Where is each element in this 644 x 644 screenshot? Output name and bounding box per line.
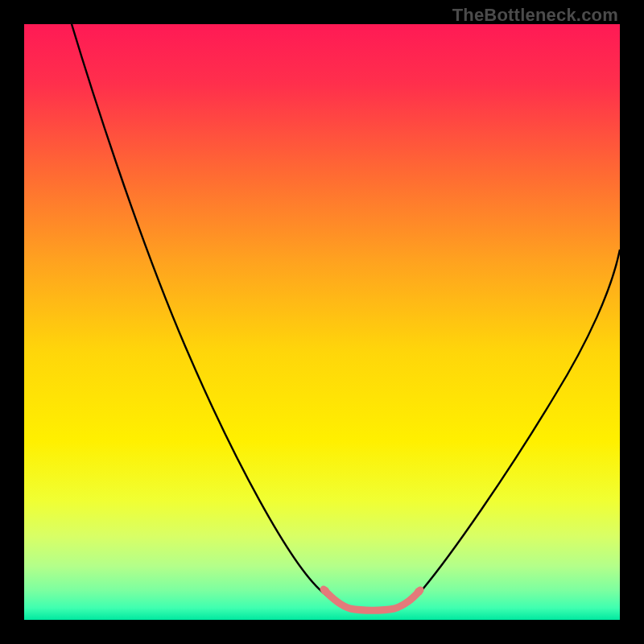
watermark-text: TheBottleneck.com [452,5,618,26]
chart-frame: TheBottleneck.com [0,0,644,644]
plateau-dot-right [415,588,423,596]
bottleneck-curve-svg [24,24,620,620]
plot-area [24,24,620,620]
plateau-dot-left [321,587,329,595]
bottleneck-curve [72,24,620,610]
plateau-highlight [324,589,420,610]
